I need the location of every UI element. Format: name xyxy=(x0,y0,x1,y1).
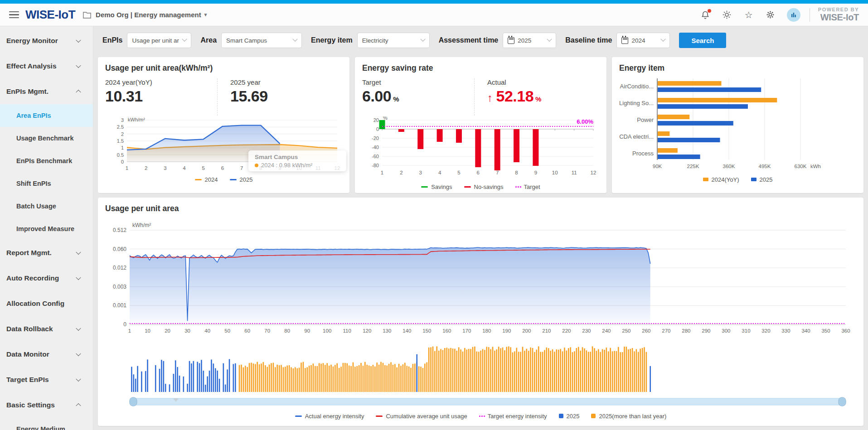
svg-text:20: 20 xyxy=(165,328,170,333)
app-logo: WISE-IoT xyxy=(25,8,75,22)
card-title: Energy saving rate xyxy=(362,63,599,73)
sidebar-item-energy-medium[interactable]: Energy Medium xyxy=(0,418,93,430)
legend-2025[interactable]: 2025 xyxy=(559,413,580,420)
sidebar-item-allocation-config[interactable]: Allocation Config xyxy=(0,291,93,316)
sidebar-item-enpis-mgmt[interactable]: EnPIs Mgmt. xyxy=(0,79,93,104)
legend-actual-energy-intensity[interactable]: Actual energy intensity xyxy=(295,413,364,420)
chevron-up-icon xyxy=(76,403,81,408)
stat-target: Target 6.00% xyxy=(362,78,474,116)
svg-text:0.060: 0.060 xyxy=(113,246,126,252)
sidebar-item-batch-usage[interactable]: Batch Usage xyxy=(0,195,93,217)
card-title: Energy item xyxy=(619,63,856,73)
svg-text:kWh: kWh xyxy=(810,164,821,169)
energy-item-select[interactable]: Electricity xyxy=(357,33,430,48)
legend-target[interactable]: Target xyxy=(515,184,540,190)
svg-text:9: 9 xyxy=(534,170,537,175)
chevron-down-icon xyxy=(182,37,187,42)
legend-2025[interactable]: 2025 xyxy=(230,176,253,183)
sidebar-item-enpis-benchmark[interactable]: EnPIs Benchmark xyxy=(0,150,93,172)
legend-2025-more-than-last-year[interactable]: 2025(more than last year) xyxy=(591,413,666,420)
svg-text:2.5: 2.5 xyxy=(117,124,124,130)
svg-text:7: 7 xyxy=(240,165,243,171)
svg-text:5: 5 xyxy=(202,165,205,171)
menu-toggle-icon[interactable] xyxy=(9,11,19,19)
svg-text:240: 240 xyxy=(602,328,611,333)
assessment-time-select[interactable]: 2025 xyxy=(503,33,556,48)
chevron-down-icon xyxy=(292,37,297,42)
chart-zoom-slider[interactable] xyxy=(130,397,846,406)
favorite-star-icon[interactable]: ☆ xyxy=(743,10,754,20)
sidebar-item-report-mgmt[interactable]: Report Mgmt. xyxy=(0,240,93,266)
daily-usage-area-chart[interactable]: 00.0010.0030.0120.0600.512kWh/m²11020304… xyxy=(105,214,860,409)
chevron-down-icon xyxy=(76,38,81,43)
chevron-down-icon xyxy=(420,37,425,42)
baseline-time-label: Baseline time xyxy=(565,36,612,44)
svg-text:630K: 630K xyxy=(795,164,807,169)
svg-text:-80: -80 xyxy=(372,163,379,168)
energy-item-filter-label: Energy item xyxy=(311,36,353,44)
legend-target-energy-intensity[interactable]: Target energy intensity xyxy=(479,413,547,420)
brightness-icon[interactable] xyxy=(722,10,732,20)
legend-marker-icon xyxy=(751,178,756,181)
saving-rate-bar-chart[interactable]: 200-20-40-60-80%1234567891011126.00% xyxy=(362,116,601,180)
stat-actual: Actual ↑52.18% xyxy=(474,78,599,116)
legend-2024-yoy[interactable]: 2024(YoY) xyxy=(703,176,739,183)
sidebar-item-label: Auto Recording xyxy=(6,274,59,282)
sidebar-item-area-enpis[interactable]: Area EnPIs xyxy=(0,104,93,127)
legend-label: No-savings xyxy=(474,184,504,190)
svg-text:1: 1 xyxy=(126,165,128,171)
baseline-time-select[interactable]: 2024 xyxy=(616,33,670,48)
svg-text:10: 10 xyxy=(552,170,558,175)
legend-no-savings[interactable]: No-savings xyxy=(464,184,504,190)
sidebar-item-basic-settings[interactable]: Basic Settings xyxy=(0,392,93,418)
legend-label: Actual energy intensity xyxy=(305,413,364,420)
energy-item-card: Energy item 90K225K360K495K630KkWhAirCon… xyxy=(612,57,863,193)
chevron-down-icon xyxy=(661,37,666,42)
sidebar-item-usage-benchmark[interactable]: Usage Benchmark xyxy=(0,127,93,150)
legend-cumulative-average-unit-usage[interactable]: Cumulative average unit usage xyxy=(376,413,467,420)
calendar-icon xyxy=(508,37,514,44)
sidebar-item-data-rollback[interactable]: Data Rollback xyxy=(0,316,93,342)
svg-text:2: 2 xyxy=(400,170,402,175)
main-content: EnPIs Usage per unit are Area Smart Camp… xyxy=(93,26,868,430)
svg-text:Power: Power xyxy=(637,116,654,123)
stat-value: 6.00 xyxy=(362,87,391,105)
card-title: Usage per unit area xyxy=(105,204,856,213)
legend-marker-icon xyxy=(295,416,302,417)
user-avatar[interactable] xyxy=(787,8,800,22)
sidebar-item-effect-analysis[interactable]: Effect Analysis xyxy=(0,53,93,79)
notification-bell-icon[interactable] xyxy=(700,10,711,20)
energy-item-hbar-chart[interactable]: 90K225K360K495K630KkWhAirConditio...Ligh… xyxy=(619,77,858,173)
svg-text:1: 1 xyxy=(128,328,131,333)
sidebar-item-auto-recording[interactable]: Auto Recording xyxy=(0,266,93,291)
svg-text:4: 4 xyxy=(438,170,441,175)
legend-savings[interactable]: Savings xyxy=(421,184,452,190)
org-breadcrumb-dropdown[interactable]: Demo Org | Energy management ▾ xyxy=(96,11,207,19)
stat-2025-year: 2025 year 15.69 xyxy=(217,78,342,116)
sidebar-item-data-monitor[interactable]: Data Monitor xyxy=(0,342,93,367)
legend-label: 2025(more than last year) xyxy=(599,413,666,420)
sidebar-item-improved-measure[interactable]: Improved Measure xyxy=(0,217,93,240)
svg-text:220: 220 xyxy=(562,328,571,333)
legend-2024[interactable]: 2024 xyxy=(195,176,218,183)
search-button[interactable]: Search xyxy=(679,33,726,48)
settings-gear-icon[interactable] xyxy=(765,10,776,20)
area-select[interactable]: Smart Campus xyxy=(221,33,302,48)
svg-text:250: 250 xyxy=(622,328,630,333)
chart-legend: 20242025 xyxy=(105,174,342,184)
baseline-time-value: 2024 xyxy=(631,37,658,44)
svg-text:0.003: 0.003 xyxy=(113,284,126,290)
svg-text:30: 30 xyxy=(184,328,190,333)
sidebar-item-energy-monitor[interactable]: Energy Monitor xyxy=(0,28,93,53)
legend-marker-icon xyxy=(515,186,517,188)
svg-text:0.512: 0.512 xyxy=(113,227,126,233)
tooltip-title: Smart Campus xyxy=(255,154,340,160)
org-folder-icon xyxy=(82,11,92,19)
sidebar-item-shift-enpis[interactable]: Shift EnPIs xyxy=(0,172,93,195)
svg-text:310: 310 xyxy=(742,328,750,333)
legend-2025[interactable]: 2025 xyxy=(751,176,773,183)
svg-text:210: 210 xyxy=(542,328,551,333)
sidebar-item-target-enpis[interactable]: Target EnPIs xyxy=(0,367,93,392)
enpis-select[interactable]: Usage per unit are xyxy=(127,33,191,48)
sidebar-item-label: Data Rollback xyxy=(6,325,53,333)
